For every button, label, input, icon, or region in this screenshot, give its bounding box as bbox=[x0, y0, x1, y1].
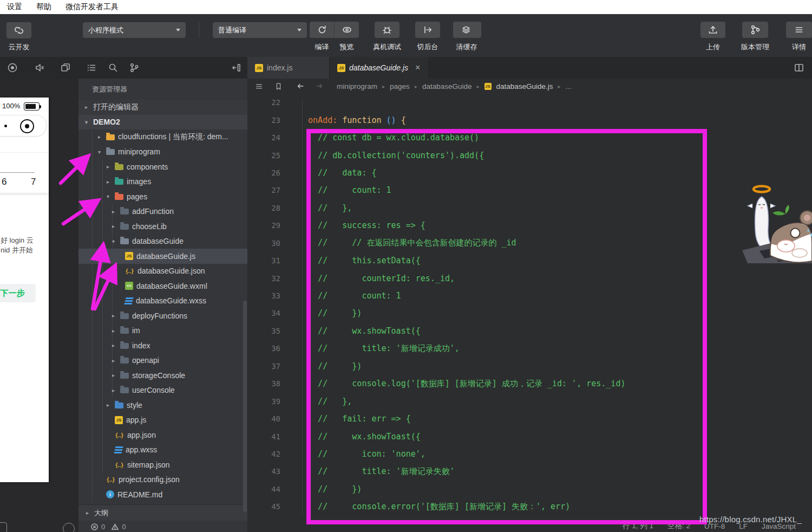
code-line: 45 // console.error('[数据库] [新增记录] 失败：', … bbox=[247, 498, 812, 515]
tree-item-databaseguide[interactable]: ▾ databaseGuide bbox=[78, 234, 247, 249]
tree-item-openapi[interactable]: ▸ openapi bbox=[78, 353, 247, 368]
compile-mode-dropdown[interactable]: 普通编译 bbox=[213, 22, 307, 38]
chevron-down-icon bbox=[297, 29, 302, 31]
breadcrumb: miniprogram ▸ pages ▸ databaseGuide ▸ JS… bbox=[247, 79, 812, 94]
upload-label: 上传 bbox=[695, 42, 731, 52]
tree-item-images[interactable]: ▸ images bbox=[78, 174, 247, 190]
tree-section-project-demo2[interactable]: ▾ DEMO2 bbox=[78, 115, 247, 130]
menu-settings[interactable]: 设置 bbox=[0, 2, 29, 12]
tree-item-userconsole[interactable]: ▸ userConsole bbox=[78, 383, 247, 398]
breadcrumb-item[interactable]: miniprogram bbox=[337, 82, 377, 90]
info-icon: i bbox=[106, 490, 114, 498]
tree-item-im[interactable]: ▸ im bbox=[78, 323, 247, 339]
chevron-right-icon: ▸ bbox=[96, 134, 103, 140]
tree-section-open-editors[interactable]: ▸ 打开的编辑器 bbox=[78, 100, 247, 115]
tree-item-databaseguide-wxml[interactable]: <> databaseGuide.wxml bbox=[78, 278, 247, 294]
tree-scrollbar[interactable] bbox=[243, 301, 247, 512]
tree-item-app-wxss[interactable]: app.wxss bbox=[78, 443, 247, 458]
tree-item-project-config-json[interactable]: {..} project.config.json bbox=[78, 472, 247, 488]
chevron-right-icon: ▸ bbox=[110, 372, 117, 378]
tree-item-databaseguide-json[interactable]: {..} databaseGuide.json bbox=[78, 264, 247, 279]
tree-item-databaseguide-wxss[interactable]: databaseGuide.wxss bbox=[78, 294, 247, 309]
more-dots-icon[interactable] bbox=[4, 125, 7, 127]
indent-guide bbox=[302, 99, 303, 515]
key-7[interactable]: 7 bbox=[31, 177, 36, 187]
bug-icon bbox=[381, 24, 393, 36]
tree-item-style[interactable]: ▸ style bbox=[78, 398, 247, 413]
breadcrumb-item[interactable]: databaseGuide.js bbox=[496, 82, 553, 90]
code-editor[interactable]: 22 23 onAdd: function () { 24 // const d… bbox=[247, 94, 812, 520]
tree-item-sitemap-json[interactable]: {..} sitemap.json bbox=[78, 457, 247, 472]
card-edge bbox=[0, 193, 49, 194]
breadcrumb-item[interactable]: databaseGuide bbox=[422, 82, 472, 90]
breadcrumb-item[interactable]: pages bbox=[390, 82, 410, 90]
chevron-right-icon: ▸ bbox=[110, 342, 117, 348]
preview-button[interactable] bbox=[335, 22, 359, 38]
tab-index-js[interactable]: JS index.js bbox=[247, 57, 330, 79]
details-button[interactable] bbox=[786, 22, 812, 38]
search-icon[interactable] bbox=[107, 62, 119, 74]
home-capsule-icon[interactable] bbox=[20, 119, 34, 133]
source-control-icon[interactable] bbox=[128, 62, 140, 74]
outline-section[interactable]: ▸ 大纲 bbox=[78, 504, 248, 521]
tree-item-miniprogram[interactable]: ▾ miniprogram bbox=[78, 145, 247, 160]
menu-help[interactable]: 帮助 bbox=[29, 2, 58, 12]
guide-text-line1: 好 login 云 bbox=[1, 236, 34, 245]
next-step-button[interactable]: 下一步 bbox=[0, 284, 36, 302]
device-debug-button[interactable] bbox=[375, 22, 400, 38]
tree-item-cloudfunctions[interactable]: ▸ cloudfunctions | 当前环境: dem... bbox=[78, 129, 247, 145]
list-icon[interactable] bbox=[254, 82, 264, 91]
partial-toolbar-icon[interactable] bbox=[0, 522, 7, 532]
tree-item-databaseguide-js[interactable]: JS databaseGuide.js bbox=[78, 249, 247, 264]
cursor-position[interactable]: 行 1, 列 1 bbox=[623, 521, 653, 531]
tab-databaseguide-js[interactable]: JS databaseGuide.js × bbox=[330, 57, 428, 79]
tree-item-addfunction[interactable]: ▸ addFunction bbox=[78, 204, 247, 219]
tree-item-app-js[interactable]: JS app.js bbox=[78, 413, 247, 428]
tree-item-storageconsole[interactable]: ▸ storageConsole bbox=[78, 368, 247, 383]
compile-label: 编译 bbox=[310, 42, 334, 52]
record-button[interactable] bbox=[6, 62, 18, 74]
background-switch-button[interactable] bbox=[415, 22, 440, 38]
code-line: 34 // }) bbox=[247, 304, 812, 322]
chevron-down-icon bbox=[176, 29, 180, 31]
explorer-list-icon[interactable] bbox=[86, 62, 97, 74]
bookmark-icon[interactable] bbox=[274, 82, 283, 91]
battery-percent: 100% bbox=[2, 102, 20, 110]
cloud-dev-button[interactable] bbox=[6, 22, 31, 38]
mode-dropdown[interactable]: 小程序模式 bbox=[83, 22, 186, 38]
breadcrumb-item[interactable]: ... bbox=[566, 82, 572, 90]
tree-item-components[interactable]: ▸ components bbox=[78, 159, 247, 174]
key-6[interactable]: 6 bbox=[2, 177, 6, 187]
tree-item-pages[interactable]: ▾ pages bbox=[78, 189, 247, 204]
upload-button[interactable] bbox=[700, 22, 725, 38]
capsule-menu bbox=[0, 115, 47, 137]
guide-text-line2: nid 并开始 bbox=[1, 245, 33, 255]
chevron-right-icon: ▸ bbox=[104, 164, 112, 170]
pipe-arrow-icon bbox=[422, 24, 434, 36]
wxml-file-icon: <> bbox=[125, 282, 133, 290]
tree-item-app-json[interactable]: {..} app.json bbox=[78, 427, 247, 443]
menu-bar: 设置 帮助 微信开发者工具 bbox=[0, 0, 812, 14]
version-control-button[interactable] bbox=[742, 22, 768, 38]
problems-counts[interactable]: 0 0 bbox=[78, 521, 248, 532]
menu-app-title[interactable]: 微信开发者工具 bbox=[58, 2, 126, 12]
back-arrow-icon[interactable] bbox=[296, 81, 305, 91]
collapse-sidebar-icon[interactable] bbox=[231, 62, 243, 74]
code-line: 28 // }, bbox=[247, 199, 812, 217]
partial-eye-icon[interactable] bbox=[63, 523, 75, 532]
multi-window-button[interactable] bbox=[60, 62, 71, 74]
forward-arrow-icon[interactable] bbox=[315, 81, 324, 91]
tree-item-readme-md[interactable]: i README.md bbox=[78, 487, 247, 502]
pages-folder-icon bbox=[115, 194, 123, 200]
indent-setting[interactable]: 空格: 2 bbox=[667, 521, 690, 531]
tree-item-chooselib[interactable]: ▸ chooseLib bbox=[78, 219, 247, 234]
split-editor-icon[interactable] bbox=[793, 62, 805, 74]
compile-button[interactable] bbox=[310, 22, 335, 38]
tree-item-index[interactable]: ▸ index bbox=[78, 338, 247, 353]
clear-cache-button[interactable] bbox=[453, 22, 481, 38]
tree-item-deployfunctions[interactable]: ▸ deployFunctions bbox=[78, 308, 247, 323]
mute-button[interactable] bbox=[34, 62, 45, 74]
cloud-icon bbox=[13, 24, 25, 36]
code-line: 35 // wx.showToast({ bbox=[247, 322, 812, 340]
close-icon[interactable]: × bbox=[415, 63, 420, 72]
